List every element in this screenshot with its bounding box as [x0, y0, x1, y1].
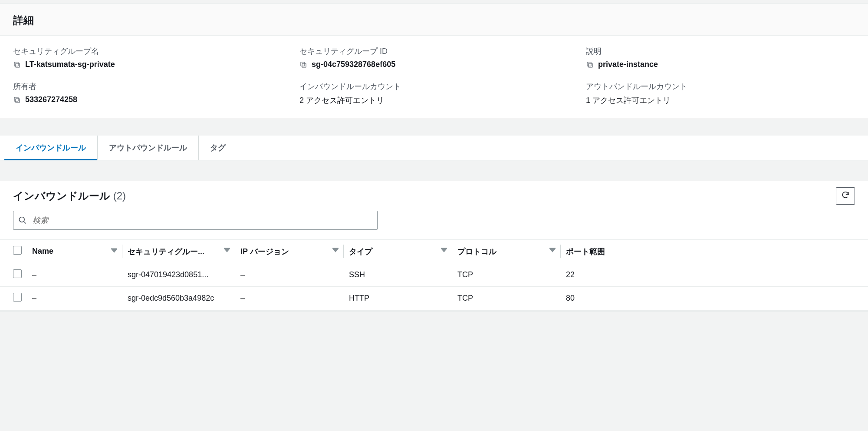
field-value: private-instance [586, 60, 855, 69]
description-value: private-instance [598, 60, 658, 69]
column-label: セキュリティグルー... [128, 247, 204, 256]
field-sg-id: セキュリティグループ ID sg-04c759328768ef605 [299, 46, 569, 69]
table-row[interactable]: – sgr-0edc9d560b3a4982c – HTTP TCP 80 [0, 287, 868, 310]
cell-port-range: 80 [561, 287, 868, 310]
column-label: タイプ [349, 247, 372, 256]
cell-protocol: TCP [452, 287, 561, 310]
column-label: プロトコル [457, 247, 496, 256]
section-bottom-border [0, 310, 868, 312]
sort-icon [111, 247, 117, 253]
cell-protocol: TCP [452, 263, 561, 287]
column-header-select [0, 240, 27, 263]
rules-count: (2) [113, 190, 126, 202]
svg-point-8 [20, 217, 25, 222]
cell-name: – [27, 287, 122, 310]
field-label: セキュリティグループ ID [299, 46, 569, 56]
table-row[interactable]: – sgr-047019423d0851... – SSH TCP 22 [0, 263, 868, 287]
column-header-protocol[interactable]: プロトコル [452, 240, 561, 263]
tabs-bar: インバウンドルール アウトバウンドルール タグ [0, 136, 868, 160]
field-label: アウトバンドルールカウント [586, 81, 855, 92]
copy-icon[interactable] [13, 61, 21, 69]
field-owner: 所有者 533267274258 [13, 81, 282, 106]
outbound-count-value: 1 アクセス許可エントリ [586, 95, 671, 106]
field-description: 説明 private-instance [586, 46, 855, 69]
sort-icon [441, 246, 447, 252]
svg-marker-14 [549, 248, 556, 252]
svg-rect-4 [589, 63, 592, 67]
tab-inbound-rules[interactable]: インバウンドルール [4, 136, 98, 160]
row-checkbox[interactable] [13, 293, 22, 302]
search-box [13, 211, 378, 230]
svg-line-9 [24, 222, 26, 224]
field-label: 説明 [586, 46, 855, 56]
column-header-port-range[interactable]: ポート範囲 [561, 240, 868, 263]
inbound-rules-section: インバウンドルール (2) Name [0, 181, 868, 312]
svg-marker-13 [441, 248, 447, 252]
search-input[interactable] [13, 211, 378, 230]
column-label: Name [32, 247, 53, 255]
rules-header: インバウンドルール (2) [0, 181, 868, 209]
cell-sgrule-id: sgr-0edc9d560b3a4982c [122, 287, 235, 310]
owner-value: 533267274258 [25, 95, 77, 104]
svg-rect-6 [16, 99, 20, 103]
cell-type: HTTP [344, 287, 452, 310]
svg-marker-11 [224, 248, 230, 252]
svg-marker-10 [111, 249, 117, 252]
copy-icon[interactable] [299, 61, 307, 69]
cell-port-range: 22 [561, 263, 868, 287]
tab-tags[interactable]: タグ [199, 136, 237, 160]
svg-rect-2 [302, 63, 306, 67]
details-panel: 詳細 セキュリティグループ名 LT-katsumata-sg-private セ… [0, 3, 868, 118]
copy-icon[interactable] [13, 96, 21, 104]
column-header-type[interactable]: タイプ [344, 240, 452, 263]
refresh-button[interactable] [836, 187, 855, 205]
field-label: 所有者 [13, 81, 282, 92]
sg-id-value: sg-04c759328768ef605 [312, 60, 395, 69]
copy-icon[interactable] [586, 61, 594, 69]
column-label: ポート範囲 [566, 247, 605, 256]
inbound-count-value: 2 アクセス許可エントリ [299, 95, 384, 106]
field-value: sg-04c759328768ef605 [299, 60, 569, 69]
rules-table: Name セキュリティグルー... IP バージョン タイプ [0, 239, 868, 310]
column-header-ip-version[interactable]: IP バージョン [235, 240, 344, 263]
rules-title: インバウンドルール (2) [13, 189, 126, 203]
column-label: IP バージョン [240, 247, 289, 256]
field-value: 533267274258 [13, 95, 282, 104]
svg-rect-3 [301, 62, 305, 66]
svg-rect-0 [16, 63, 20, 67]
field-label: インバウンドルールカウント [299, 81, 569, 92]
details-title: 詳細 [0, 4, 868, 36]
sort-icon [332, 246, 339, 252]
svg-rect-1 [14, 62, 18, 66]
sg-name-value: LT-katsumata-sg-private [25, 60, 115, 69]
column-header-sgrule-id[interactable]: セキュリティグルー... [122, 240, 235, 263]
svg-rect-7 [14, 97, 18, 101]
row-checkbox[interactable] [13, 269, 22, 278]
field-label: セキュリティグループ名 [13, 46, 282, 56]
field-outbound-count: アウトバンドルールカウント 1 アクセス許可エントリ [586, 81, 855, 106]
cell-name: – [27, 263, 122, 287]
details-grid: セキュリティグループ名 LT-katsumata-sg-private セキュリ… [0, 36, 868, 118]
field-sg-name: セキュリティグループ名 LT-katsumata-sg-private [13, 46, 282, 69]
cell-ip-version: – [235, 263, 344, 287]
field-value: 2 アクセス許可エントリ [299, 95, 569, 106]
column-header-name[interactable]: Name [27, 240, 122, 263]
select-all-checkbox[interactable] [13, 246, 22, 255]
refresh-icon [841, 191, 850, 202]
cell-ip-version: – [235, 287, 344, 310]
tab-outbound-rules[interactable]: アウトバウンドルール [98, 136, 199, 160]
search-icon [18, 216, 27, 225]
rules-title-text: インバウンドルール [13, 190, 110, 202]
svg-rect-5 [587, 62, 591, 66]
sort-icon [224, 246, 230, 252]
field-value: 1 アクセス許可エントリ [586, 95, 855, 106]
cell-type: SSH [344, 263, 452, 287]
cell-sgrule-id: sgr-047019423d0851... [122, 263, 235, 287]
search-wrap [0, 209, 868, 235]
field-value: LT-katsumata-sg-private [13, 60, 282, 69]
table-header-row: Name セキュリティグルー... IP バージョン タイプ [0, 240, 868, 263]
svg-marker-12 [332, 248, 339, 252]
sort-icon [549, 246, 556, 252]
field-inbound-count: インバウンドルールカウント 2 アクセス許可エントリ [299, 81, 569, 106]
